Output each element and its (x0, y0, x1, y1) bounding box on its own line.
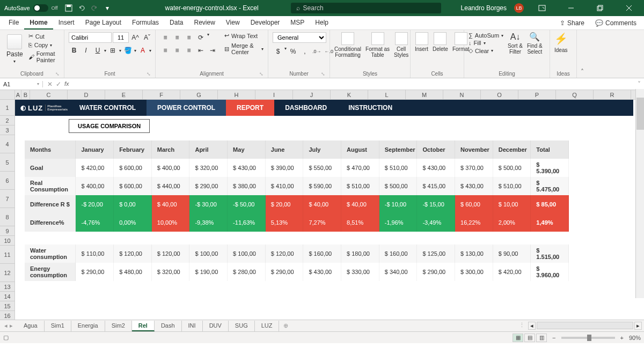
bold-button[interactable]: B (69, 45, 79, 56)
row-header-5[interactable]: 5 (0, 153, 15, 172)
cut-button[interactable]: ✂Cut (27, 32, 60, 40)
report-tab-power-control[interactable]: POWER CONTROL (147, 100, 226, 116)
report-tab-water-control[interactable]: WATER CONTROL (69, 100, 147, 116)
align-bottom-button[interactable]: ≡ (184, 32, 194, 43)
comments-button[interactable]: 💬Comments (591, 17, 641, 29)
report-tab-report[interactable]: REPORT (226, 100, 274, 116)
row-header-1[interactable]: 1 (0, 100, 15, 116)
column-header-I[interactable]: I (255, 90, 293, 99)
maximize-icon[interactable] (589, 0, 611, 16)
menu-review[interactable]: Review (188, 17, 220, 29)
zoom-slider[interactable] (561, 337, 615, 339)
column-header-O[interactable]: O (481, 90, 518, 99)
wrap-text-button[interactable]: ↩Wrap Text (224, 32, 264, 39)
sort-filter-button[interactable]: A↓Sort & Filter (508, 32, 523, 55)
align-top-button[interactable]: ≡ (160, 32, 171, 43)
qat-customize-icon[interactable]: ▾ (103, 4, 112, 12)
row-header-13[interactable]: 13 (0, 282, 15, 292)
sheet-tab-agua[interactable]: Agua (17, 321, 45, 331)
zoom-out-button[interactable]: − (552, 335, 555, 341)
italic-button[interactable]: I (80, 45, 91, 56)
fx-icon[interactable]: fx (64, 80, 69, 88)
column-header-J[interactable]: J (293, 90, 331, 99)
menu-file[interactable]: File (3, 17, 24, 29)
insert-cells-button[interactable]: Insert (415, 32, 428, 52)
worksheet[interactable]: 12345678910111213141516171819 ◐ LUZ Plan… (0, 100, 644, 320)
sheet-tab-luz[interactable]: LUZ (255, 321, 280, 331)
fill-color-button[interactable]: 🪣 (122, 45, 133, 56)
row-header-10[interactable]: 10 (0, 236, 15, 246)
column-header-A[interactable]: A (15, 90, 21, 99)
scroll-right-icon[interactable]: ▸ (634, 322, 642, 330)
ribbon-display-icon[interactable] (531, 0, 553, 16)
column-header-K[interactable]: K (331, 90, 368, 99)
collapse-ribbon-button[interactable]: ˄ (577, 30, 588, 78)
add-sheet-button[interactable]: ⊕ (279, 322, 292, 329)
underline-button[interactable]: U (92, 45, 103, 56)
share-button[interactable]: ⇪Share (555, 17, 589, 29)
column-header-B[interactable]: B (21, 90, 30, 99)
menu-page-layout[interactable]: Page Layout (80, 17, 127, 29)
menu-data[interactable]: Data (164, 17, 188, 29)
page-layout-view-button[interactable]: ▤ (524, 334, 535, 342)
sheet-tab-duv[interactable]: DUV (203, 321, 229, 331)
clear-button[interactable]: ◇Clear▾ (469, 47, 503, 54)
column-header-E[interactable]: E (105, 90, 143, 99)
comma-button[interactable]: , (299, 46, 310, 57)
border-button[interactable]: ⊞ (107, 45, 118, 56)
align-middle-button[interactable]: ≡ (172, 32, 182, 43)
usage-comparison-button[interactable]: USAGE COMPARISON (69, 119, 150, 133)
column-header-N[interactable]: N (443, 90, 481, 99)
align-left-button[interactable]: ≡ (160, 45, 171, 56)
fill-button[interactable]: ↓Fill▾ (469, 40, 503, 46)
format-as-table-button[interactable]: Format as Table (365, 32, 390, 58)
record-macro-icon[interactable]: ▢ (3, 334, 9, 341)
font-size-select[interactable] (113, 32, 129, 43)
row-header-12[interactable]: 12 (0, 264, 15, 282)
tab-prev-icon[interactable]: ◂ (4, 322, 8, 329)
row-header-8[interactable]: 8 (0, 208, 15, 226)
normal-view-button[interactable]: ▦ (513, 334, 523, 342)
column-header-Q[interactable]: Q (556, 90, 594, 99)
conditional-formatting-button[interactable]: Conditional Formatting (334, 32, 361, 58)
percent-button[interactable]: % (288, 46, 298, 57)
enter-formula-icon[interactable]: ✓ (56, 80, 61, 88)
tab-next-icon[interactable]: ▸ (10, 322, 13, 329)
name-box[interactable]: A1▾ (0, 81, 43, 87)
cells-area[interactable]: ◐ LUZ Planilhas Empresariais WATER CONTR… (15, 100, 644, 320)
expand-icon[interactable]: ⤡ (55, 71, 60, 77)
format-painter-button[interactable]: 🖌Format Painter (27, 50, 60, 64)
decrease-indent-button[interactable]: ⇤ (195, 45, 206, 56)
row-header-11[interactable]: 11 (0, 246, 15, 264)
accounting-button[interactable]: $ (273, 46, 283, 57)
delete-cells-button[interactable]: Delete (433, 32, 448, 52)
find-select-button[interactable]: 🔍Find & Select (527, 32, 543, 55)
expand-icon[interactable]: ⤡ (259, 71, 264, 77)
menu-developer[interactable]: Developer (245, 17, 286, 29)
scroll-thumb[interactable] (636, 98, 644, 130)
row-header-15[interactable]: 15 (0, 301, 15, 311)
increase-font-button[interactable]: A^ (130, 32, 141, 43)
copy-button[interactable]: ⎘Copy▾ (27, 41, 60, 49)
menu-formulas[interactable]: Formulas (127, 17, 164, 29)
expand-icon[interactable]: ⤡ (147, 71, 151, 77)
ideas-button[interactable]: ⚡ Ideas (554, 32, 567, 53)
sheet-tab-sug[interactable]: SUG (229, 321, 255, 331)
row-header-9[interactable]: 9 (0, 226, 15, 236)
font-color-button[interactable]: A (137, 45, 148, 56)
menu-help[interactable]: Help (310, 17, 334, 29)
autosave-toggle[interactable]: AutoSave Off (4, 4, 58, 12)
column-header-H[interactable]: H (218, 90, 255, 99)
row-header-7[interactable]: 7 (0, 190, 15, 208)
row-header-2[interactable]: 2 (0, 116, 15, 125)
number-format-select[interactable]: General (273, 32, 326, 43)
sheet-tab-dash[interactable]: Dash (155, 321, 182, 331)
merge-center-button[interactable]: ⊟Merge & Center▾ (224, 42, 264, 55)
cancel-formula-icon[interactable]: ✕ (47, 80, 53, 88)
sheet-tab-rel[interactable]: Rel (132, 321, 155, 331)
scroll-left-icon[interactable]: ◂ (528, 322, 536, 330)
cell-styles-button[interactable]: Cell Styles (394, 32, 408, 58)
expand-formula-icon[interactable]: ˅ (634, 80, 644, 88)
column-header-G[interactable]: G (180, 90, 218, 99)
horizontal-scrollbar[interactable] (537, 322, 633, 329)
